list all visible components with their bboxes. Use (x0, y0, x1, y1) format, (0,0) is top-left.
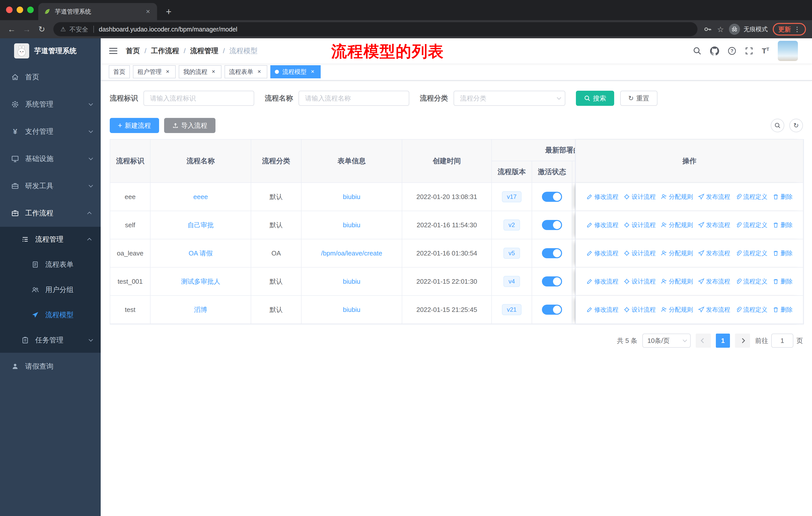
row-action-definition[interactable]: 流程定义 (735, 193, 767, 201)
row-action-assign[interactable]: 分配规则 (661, 249, 693, 257)
zoom-window-button[interactable] (27, 6, 34, 13)
reload-icon[interactable]: ↻ (34, 22, 49, 37)
create-process-button[interactable]: + 新建流程 (110, 118, 159, 133)
process-name-link[interactable]: 测试多审批人 (181, 278, 220, 285)
row-action-publish[interactable]: 发布流程 (698, 221, 730, 229)
refresh-table-button[interactable]: ↻ (789, 119, 803, 132)
search-icon[interactable] (693, 47, 701, 55)
close-icon[interactable]: × (309, 68, 316, 75)
row-action-design[interactable]: 设计流程 (624, 249, 656, 257)
browser-tab[interactable]: 芋道管理系统 × (38, 3, 157, 20)
process-name-link[interactable]: eeee (193, 193, 208, 200)
form-info-link[interactable]: biubiu (343, 306, 360, 314)
active-toggle[interactable] (542, 276, 562, 287)
row-action-edit[interactable]: 修改流程 (586, 221, 618, 229)
row-action-publish[interactable]: 发布流程 (698, 306, 730, 314)
tag-tenant[interactable]: 租户管理× (133, 65, 176, 78)
address-bar[interactable]: ⚠ 不安全 dashboard.yudao.iocoder.cn/bpm/man… (53, 22, 697, 36)
search-button[interactable]: 搜索 (576, 91, 614, 106)
row-action-definition[interactable]: 流程定义 (735, 277, 767, 286)
row-action-edit[interactable]: 修改流程 (586, 277, 618, 286)
row-action-edit[interactable]: 修改流程 (586, 193, 618, 201)
tag-process-form[interactable]: 流程表单× (225, 65, 267, 78)
reset-button[interactable]: ↻ 重置 (620, 91, 658, 106)
row-action-delete[interactable]: 删除 (773, 193, 793, 201)
row-action-delete[interactable]: 删除 (773, 249, 793, 257)
row-action-delete[interactable]: 删除 (773, 277, 793, 286)
row-action-delete[interactable]: 删除 (773, 221, 793, 229)
sidebar-item-process-model[interactable]: 流程模型 (0, 302, 101, 328)
row-action-publish[interactable]: 发布流程 (698, 277, 730, 286)
sidebar-item-task-management[interactable]: 任务管理 (0, 328, 101, 353)
close-icon[interactable]: × (164, 68, 171, 75)
sidebar-item-leave-query[interactable]: 请假查询 (0, 353, 101, 380)
row-action-design[interactable]: 设计流程 (624, 277, 656, 286)
forward-icon[interactable]: → (19, 22, 34, 37)
sidebar-item-infrastructure[interactable]: 基础设施 (0, 145, 101, 172)
back-icon[interactable]: ← (4, 22, 19, 37)
sidebar-collapse-icon[interactable] (101, 47, 126, 55)
sidebar-item-payment[interactable]: ¥ 支付管理 (0, 118, 101, 145)
browser-menu-icon[interactable]: ⋮ (794, 25, 801, 33)
process-name-link[interactable]: 自己审批 (187, 221, 214, 229)
prev-page-button[interactable] (696, 333, 711, 348)
form-info-link[interactable]: /bpm/oa/leave/create (321, 249, 382, 257)
breadcrumb-home[interactable]: 首页 (126, 46, 140, 56)
tag-my-process[interactable]: 我的流程× (179, 65, 222, 78)
row-action-definition[interactable]: 流程定义 (735, 249, 767, 257)
process-name-link[interactable]: 滔博 (194, 306, 207, 314)
row-action-assign[interactable]: 分配规则 (661, 193, 693, 201)
sidebar-item-workflow[interactable]: 工作流程 (0, 199, 101, 227)
process-name-input[interactable] (298, 91, 409, 106)
user-avatar[interactable] (778, 41, 798, 61)
sidebar-item-system[interactable]: 系统管理 (0, 91, 101, 118)
form-info-link[interactable]: biubiu (343, 278, 360, 285)
app-logo[interactable]: 芋道管理系统 (0, 38, 101, 63)
active-toggle[interactable] (542, 220, 562, 230)
github-icon[interactable] (710, 46, 719, 55)
sidebar-item-devtools[interactable]: 研发工具 (0, 172, 101, 199)
row-action-edit[interactable]: 修改流程 (586, 249, 618, 257)
new-tab-button[interactable]: + (161, 4, 176, 19)
password-key-icon[interactable] (703, 25, 712, 33)
row-action-assign[interactable]: 分配规则 (661, 277, 693, 286)
goto-page-input[interactable] (771, 333, 793, 348)
row-action-design[interactable]: 设计流程 (624, 221, 656, 229)
import-process-button[interactable]: 导入流程 (164, 118, 215, 133)
process-category-select[interactable]: 流程分类 (454, 91, 565, 106)
breadcrumb-workflow[interactable]: 工作流程 (151, 46, 179, 56)
tag-home[interactable]: 首页 (109, 65, 130, 78)
close-window-button[interactable] (6, 6, 12, 13)
breadcrumb-process-management[interactable]: 流程管理 (190, 46, 219, 56)
row-action-publish[interactable]: 发布流程 (698, 249, 730, 257)
tag-process-model[interactable]: 流程模型× (270, 65, 321, 78)
sidebar-item-process-form[interactable]: 流程表单 (0, 252, 101, 277)
sidebar-item-user-group[interactable]: 用户分组 (0, 277, 101, 302)
process-id-input[interactable] (143, 91, 254, 106)
row-action-delete[interactable]: 删除 (773, 306, 793, 314)
row-action-assign[interactable]: 分配规则 (661, 221, 693, 229)
fullscreen-icon[interactable] (745, 47, 753, 55)
row-action-definition[interactable]: 流程定义 (735, 221, 767, 229)
page-size-select[interactable]: 10条/页 (642, 333, 691, 348)
row-action-design[interactable]: 设计流程 (624, 306, 656, 314)
font-size-icon[interactable]: TT (762, 47, 769, 55)
row-action-design[interactable]: 设计流程 (624, 193, 656, 201)
form-info-link[interactable]: biubiu (343, 193, 360, 200)
row-action-assign[interactable]: 分配规则 (661, 306, 693, 314)
sidebar-item-process-management[interactable]: 流程管理 (0, 227, 101, 252)
row-action-publish[interactable]: 发布流程 (698, 193, 730, 201)
next-page-button[interactable] (735, 333, 750, 348)
close-tab-icon[interactable]: × (144, 7, 152, 16)
row-action-edit[interactable]: 修改流程 (586, 306, 618, 314)
active-toggle[interactable] (542, 192, 562, 202)
close-icon[interactable]: × (210, 68, 217, 75)
form-info-link[interactable]: biubiu (343, 221, 360, 229)
minimize-window-button[interactable] (17, 6, 23, 13)
process-name-link[interactable]: OA 请假 (188, 249, 212, 257)
incognito-badge[interactable]: 无痕模式 (729, 24, 768, 35)
active-toggle[interactable] (542, 305, 562, 315)
close-icon[interactable]: × (256, 68, 263, 75)
row-action-definition[interactable]: 流程定义 (735, 306, 767, 314)
help-icon[interactable]: ? (728, 47, 736, 55)
